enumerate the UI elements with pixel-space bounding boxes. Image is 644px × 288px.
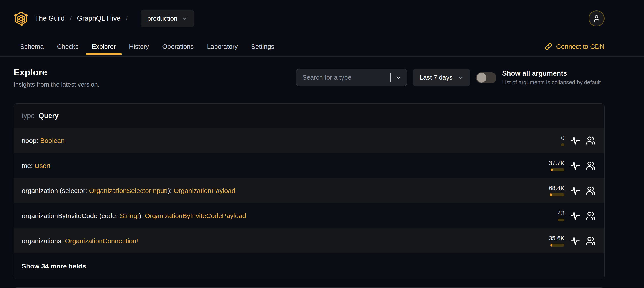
field-name: me: [22, 162, 31, 169]
type-search-combobox[interactable]: Search for a type: [296, 69, 407, 86]
combobox-divider: [390, 73, 391, 82]
field-hit-count: 68.4K: [549, 185, 564, 191]
page-title: Explore: [14, 67, 100, 78]
field-name: organizationByInviteCode: [22, 212, 98, 219]
field-row-me[interactable]: me: User!37.7K: [14, 153, 604, 178]
activity-icon[interactable]: [570, 211, 580, 220]
chevron-down-icon: [458, 75, 463, 81]
user-icon: [592, 15, 600, 23]
tab-operations[interactable]: Operations: [156, 37, 200, 56]
page-header: Explore Insights from the latest version…: [14, 67, 604, 88]
usage-bar: [561, 143, 564, 146]
field-name: organizations: [22, 237, 61, 244]
tab-explorer[interactable]: Explorer: [85, 37, 122, 56]
hive-logo-icon: [14, 11, 28, 26]
breadcrumb-project[interactable]: GraphQL Hive: [77, 15, 120, 23]
argument-type: String!: [120, 212, 139, 219]
page-subtitle: Insights from the latest version.: [14, 81, 100, 88]
explorer-page: Explore Insights from the latest version…: [0, 67, 644, 288]
field-name: noop: [22, 137, 36, 144]
user-menu-button[interactable]: [588, 11, 604, 27]
show-more-fields-button[interactable]: Show 34 more fields: [14, 253, 604, 279]
field-signature: me: User!: [22, 162, 50, 169]
field-signature: organization (selector: OrganizationSele…: [22, 187, 235, 195]
toggle-label-block: Show all arguments List of arguments is …: [502, 70, 604, 86]
field-name: organization: [22, 187, 58, 194]
show-more-fields-label: Show 34 more fields: [22, 262, 86, 270]
usage-bar: [550, 193, 564, 196]
show-all-arguments-toggle[interactable]: [476, 72, 496, 83]
field-stats: 0: [546, 135, 596, 146]
page-controls: Search for a type Last 7 days Show all a…: [296, 69, 604, 86]
target-selector-dropdown[interactable]: production: [140, 10, 194, 27]
breadcrumb-organization[interactable]: The Guild: [35, 15, 64, 23]
chevron-down-icon: [182, 16, 188, 21]
usage-bar-fill: [550, 193, 552, 196]
users-icon[interactable]: [586, 136, 596, 145]
tab-settings[interactable]: Settings: [244, 37, 281, 56]
usage-bar-fill: [550, 244, 552, 246]
tab-bar: SchemaChecksExplorerHistoryOperationsLab…: [0, 37, 644, 57]
users-icon[interactable]: [586, 236, 596, 246]
field-stats: 43: [546, 210, 596, 221]
chevron-down-icon[interactable]: [395, 74, 402, 81]
tab-checks[interactable]: Checks: [50, 37, 85, 56]
field-return-type: OrganizationPayload: [174, 187, 235, 194]
field-usage: 0: [546, 135, 564, 146]
period-select-dropdown[interactable]: Last 7 days: [413, 69, 470, 86]
type-card-query: type Query noop: Boolean0me: User!37.7Ko…: [14, 103, 604, 279]
toggle-knob: [477, 73, 486, 83]
tab-history[interactable]: History: [122, 37, 156, 56]
field-hit-count: 43: [558, 210, 564, 216]
field-return-type: OrganizationConnection!: [65, 237, 138, 244]
field-stats: 35.6K: [546, 235, 596, 246]
field-hit-count: 0: [561, 135, 564, 141]
activity-icon[interactable]: [570, 161, 580, 170]
toggle-label: Show all arguments: [502, 70, 604, 77]
breadcrumb-separator: /: [70, 15, 72, 22]
field-row-organizations[interactable]: organizations: OrganizationConnection!35…: [14, 228, 604, 253]
field-rows: noop: Boolean0me: User!37.7Korganization…: [14, 128, 604, 253]
field-usage: 68.4K: [546, 185, 564, 196]
users-icon[interactable]: [586, 161, 596, 170]
type-search-placeholder: Search for a type: [302, 74, 390, 81]
type-keyword: type: [22, 112, 35, 120]
field-hit-count: 37.7K: [549, 160, 564, 166]
usage-bar-fill: [551, 168, 553, 171]
field-return-type: OrganizationByInviteCodePayload: [145, 212, 246, 219]
field-signature: organizationByInviteCode (code: String!)…: [22, 212, 246, 220]
activity-icon[interactable]: [570, 236, 580, 246]
field-signature: noop: Boolean: [22, 137, 65, 144]
users-icon[interactable]: [586, 186, 596, 195]
argument-type: OrganizationSelectorInput!: [89, 187, 168, 194]
target-selector-value: production: [147, 15, 177, 22]
connect-to-cdn-link[interactable]: Connect to CDN: [545, 37, 604, 56]
field-row-organization[interactable]: organization (selector: OrganizationSele…: [14, 178, 604, 203]
field-row-noop[interactable]: noop: Boolean0: [14, 128, 604, 153]
field-return-type: Boolean: [40, 137, 64, 144]
breadcrumb-separator: /: [126, 15, 128, 22]
usage-bar: [558, 218, 564, 221]
field-usage: 35.6K: [546, 235, 564, 246]
app-root: The Guild / GraphQL Hive / production Sc…: [0, 0, 644, 288]
type-card-header: type Query: [14, 104, 604, 128]
activity-icon[interactable]: [570, 186, 580, 195]
tab-schema[interactable]: Schema: [14, 37, 50, 56]
type-name: Query: [39, 112, 59, 120]
connect-to-cdn-label: Connect to CDN: [556, 43, 604, 50]
field-hit-count: 35.6K: [549, 235, 564, 241]
usage-bar: [551, 168, 564, 171]
tabs: SchemaChecksExplorerHistoryOperationsLab…: [14, 37, 281, 56]
top-bar: The Guild / GraphQL Hive / production: [0, 0, 644, 37]
tab-laboratory[interactable]: Laboratory: [200, 37, 244, 56]
toggle-description: List of arguments is collapsed by defaul…: [502, 79, 604, 86]
page-title-block: Explore Insights from the latest version…: [14, 67, 100, 88]
field-row-organizationByInviteCode[interactable]: organizationByInviteCode (code: String!)…: [14, 203, 604, 228]
activity-icon[interactable]: [570, 136, 580, 145]
period-select-value: Last 7 days: [420, 74, 452, 81]
field-return-type: User!: [34, 162, 50, 169]
users-icon[interactable]: [586, 211, 596, 220]
link-icon: [545, 43, 552, 50]
field-stats: 68.4K: [546, 185, 596, 196]
field-signature: organizations: OrganizationConnection!: [22, 237, 138, 245]
